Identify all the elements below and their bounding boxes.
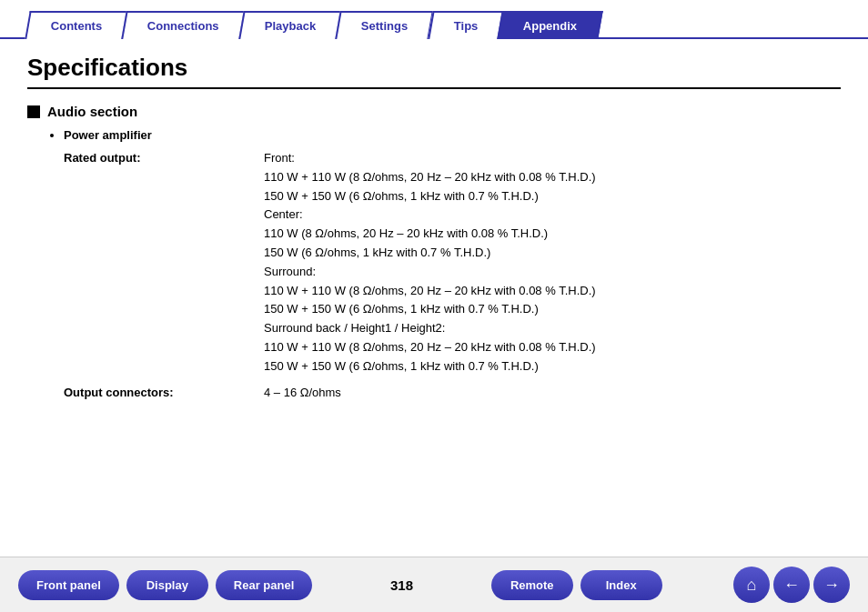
audio-section-title: Audio section xyxy=(47,104,137,119)
surround-value-1: 110 W + 110 W (8 Ω/ohms, 20 Hz – 20 kHz … xyxy=(264,282,859,301)
power-amplifier-title: Power amplifier xyxy=(64,128,841,142)
rated-output-label: Rated output: xyxy=(64,149,264,376)
tab-connections[interactable]: Connections xyxy=(122,11,246,39)
remote-button[interactable]: Remote xyxy=(491,570,573,600)
output-connectors-value: 4 – 16 Ω/ohms xyxy=(264,384,859,403)
back-icon: ← xyxy=(783,576,800,595)
spec-table: Rated output: Front: 110 W + 110 W (8 Ω/… xyxy=(64,149,859,402)
forward-button[interactable]: → xyxy=(813,567,850,603)
footer: Front panel Display Rear panel 318 Remot… xyxy=(0,557,868,612)
navigation-tabs: Contents Connections Playback Settings T… xyxy=(0,0,868,39)
footer-nav-left: Front panel Display Rear panel xyxy=(18,570,312,600)
tab-tips[interactable]: Tips xyxy=(428,11,504,39)
tab-playback[interactable]: Playback xyxy=(238,11,342,39)
spec-row-rated-output: Rated output: Front: 110 W + 110 W (8 Ω/… xyxy=(64,149,859,376)
tab-settings[interactable]: Settings xyxy=(336,11,435,39)
home-icon: ⌂ xyxy=(747,576,757,595)
power-amplifier-subsection: Power amplifier Rated output: Front: 110… xyxy=(45,128,841,402)
audio-section-header: Audio section xyxy=(27,104,841,119)
forward-icon: → xyxy=(823,576,840,595)
output-connectors-label: Output connectors: xyxy=(64,384,264,403)
front-value-2: 150 W + 150 W (6 Ω/ohms, 1 kHz with 0.7 … xyxy=(264,187,859,206)
surround-back-value-1: 110 W + 110 W (8 Ω/ohms, 20 Hz – 20 kHz … xyxy=(264,338,859,357)
title-divider xyxy=(27,87,841,89)
display-button[interactable]: Display xyxy=(126,570,208,600)
surround-back-value-2: 150 W + 150 W (6 Ω/ohms, 1 kHz with 0.7 … xyxy=(264,357,859,376)
center-label: Center: xyxy=(264,207,303,221)
back-button[interactable]: ← xyxy=(773,567,810,603)
footer-nav-right: Remote Index xyxy=(491,570,662,600)
rear-panel-button[interactable]: Rear panel xyxy=(216,570,312,600)
output-connectors-values: 4 – 16 Ω/ohms xyxy=(264,384,859,403)
spec-row-output-connectors: Output connectors: 4 – 16 Ω/ohms xyxy=(64,384,859,403)
front-panel-button[interactable]: Front panel xyxy=(18,570,119,600)
section-icon xyxy=(27,105,40,118)
surround-value-2: 150 W + 150 W (6 Ω/ohms, 1 kHz with 0.7 … xyxy=(264,300,859,319)
center-value-1: 110 W (8 Ω/ohms, 20 Hz – 20 kHz with 0.0… xyxy=(264,225,859,244)
main-content: Specifications Audio section Power ampli… xyxy=(0,39,868,557)
page-number: 318 xyxy=(384,577,420,593)
center-value-2: 150 W (6 Ω/ohms, 1 kHz with 0.7 % T.H.D.… xyxy=(264,244,859,263)
footer-icon-buttons: ⌂ ← → xyxy=(733,567,850,603)
home-button[interactable]: ⌂ xyxy=(733,567,770,603)
front-label: Front: xyxy=(264,151,295,165)
page-title: Specifications xyxy=(27,54,841,82)
index-button[interactable]: Index xyxy=(580,570,662,600)
surround-label: Surround: xyxy=(264,265,316,278)
rated-output-values: Front: 110 W + 110 W (8 Ω/ohms, 20 Hz – … xyxy=(264,149,859,376)
tab-contents[interactable]: Contents xyxy=(25,11,128,39)
surround-back-label: Surround back / Height1 / Height2: xyxy=(264,321,445,335)
front-value-1: 110 W + 110 W (8 Ω/ohms, 20 Hz – 20 kHz … xyxy=(264,168,859,187)
tab-appendix[interactable]: Appendix xyxy=(498,11,604,39)
